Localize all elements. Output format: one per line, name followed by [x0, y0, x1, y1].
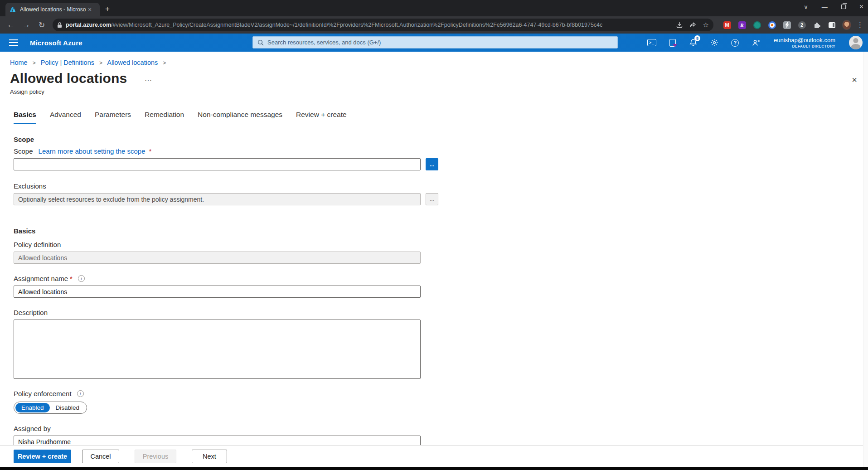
azure-brand[interactable]: Microsoft Azure: [30, 39, 82, 47]
scope-picker-button[interactable]: ...: [426, 158, 438, 170]
restore-icon[interactable]: [841, 5, 846, 9]
window-controls: ∨ — ×: [804, 3, 863, 11]
forward-icon[interactable]: →: [20, 19, 33, 31]
policy-definition-field-row: [14, 252, 868, 264]
account-directory: DEFAULT DIRECTORY: [774, 44, 835, 49]
assignment-name-label-row: Assignment name * i: [14, 275, 868, 282]
breadcrumb-separator: >: [33, 60, 36, 66]
scrollbar-track[interactable]: [863, 52, 868, 467]
ext-r-icon[interactable]: R: [737, 20, 747, 29]
account-email: eunishap@outlook.com: [774, 37, 835, 44]
policy-enforcement-toggle[interactable]: Enabled Disabled: [14, 402, 87, 414]
minimize-icon[interactable]: —: [822, 4, 828, 10]
description-label-row: Description: [14, 309, 868, 316]
assignment-name-field-row: [14, 286, 868, 298]
basics-section-heading: Basics: [14, 227, 868, 235]
required-marker: *: [70, 275, 73, 282]
ext-gmail-icon[interactable]: M: [723, 20, 732, 29]
ext-bolt-icon[interactable]: [782, 20, 791, 29]
hamburger-menu-icon[interactable]: [9, 39, 18, 46]
breadcrumb-home[interactable]: Home: [10, 59, 28, 66]
directory-filter-icon[interactable]: [668, 38, 678, 48]
assigned-by-label-row: Assigned by: [14, 425, 868, 432]
browser-tabstrip: Allowed locations - Microsoft Azu × + ∨ …: [0, 0, 868, 16]
tab-remediation[interactable]: Remediation: [145, 111, 184, 124]
browser-toolbar: ← → ↻ portal.azure.com/#view/Microsoft_A…: [0, 16, 868, 34]
notification-badge: 5: [694, 35, 700, 41]
azure-header: Microsoft Azure >_ 5 ? eunishap@outlook.…: [0, 34, 868, 52]
url-text[interactable]: portal.azure.com/#view/Microsoft_Azure_P…: [66, 22, 669, 28]
search-icon: [257, 39, 264, 46]
tab-close-icon[interactable]: ×: [88, 6, 92, 13]
breadcrumb-allowed-locations[interactable]: Allowed locations: [107, 59, 158, 66]
assignment-name-input[interactable]: [14, 286, 421, 298]
lock-icon: [57, 22, 62, 28]
tab-advanced[interactable]: Advanced: [50, 111, 81, 124]
browser-tab[interactable]: Allowed locations - Microsoft Azu ×: [5, 3, 100, 16]
url-host: portal.azure.com: [66, 22, 111, 28]
cancel-button[interactable]: Cancel: [82, 450, 119, 463]
ext-badge-icon[interactable]: 2: [797, 20, 806, 29]
breadcrumb-separator: >: [99, 60, 102, 66]
exclusions-field-row: ...: [14, 193, 868, 205]
browser-menu-icon[interactable]: ⋮: [857, 21, 863, 29]
breadcrumb-separator: >: [163, 60, 166, 66]
cloud-shell-icon[interactable]: >_: [647, 38, 657, 48]
profile-avatar[interactable]: [842, 20, 851, 29]
scope-field-row: ...: [14, 158, 868, 170]
close-window-icon[interactable]: ×: [859, 3, 863, 11]
tab-review-create[interactable]: Review + create: [296, 111, 347, 124]
page-title: Allowed locations: [10, 71, 127, 86]
window-bottom-edge: [0, 467, 868, 470]
tab-search-chevron-icon[interactable]: ∨: [804, 4, 808, 10]
notifications-bell-icon[interactable]: 5: [689, 38, 698, 48]
previous-button: Previous: [135, 450, 176, 463]
breadcrumb-policy-definitions[interactable]: Policy | Definitions: [41, 59, 94, 66]
scope-input[interactable]: [14, 158, 421, 170]
required-marker: *: [149, 147, 152, 155]
blade-close-icon[interactable]: ×: [852, 75, 857, 84]
feedback-icon[interactable]: [751, 38, 761, 48]
scope-section-heading: Scope: [14, 136, 868, 143]
back-icon[interactable]: ←: [5, 19, 17, 31]
scope-learn-more-link[interactable]: Learn more about setting the scope: [39, 147, 145, 155]
install-icon[interactable]: [676, 21, 683, 29]
azure-header-actions: >_ 5 ? eunishap@outlook.com DEFAULT DIRE…: [647, 36, 863, 49]
url-bar[interactable]: portal.azure.com/#view/Microsoft_Azure_P…: [53, 19, 713, 31]
breadcrumb: Home > Policy | Definitions > Allowed lo…: [0, 52, 868, 66]
reload-icon[interactable]: ↻: [35, 19, 48, 31]
blade-content: Home > Policy | Definitions > Allowed lo…: [0, 52, 868, 470]
settings-gear-icon[interactable]: [709, 38, 719, 48]
account-info[interactable]: eunishap@outlook.com DEFAULT DIRECTORY: [774, 37, 835, 49]
enforcement-disabled-option[interactable]: Disabled: [50, 403, 86, 412]
exclusions-label-row: Exclusions: [14, 182, 868, 190]
policy-enforcement-label: Policy enforcement: [14, 390, 72, 397]
help-icon[interactable]: ?: [730, 38, 740, 48]
tab-noncompliance-messages[interactable]: Non-compliance messages: [198, 111, 282, 124]
global-search[interactable]: [252, 36, 618, 48]
title-overflow-menu[interactable]: …: [144, 74, 153, 83]
tab-bar: Basics Advanced Parameters Remediation N…: [0, 95, 868, 125]
scope-label-row: Scope Learn more about setting the scope…: [14, 147, 868, 155]
exclusions-label: Exclusions: [14, 182, 46, 190]
review-create-button[interactable]: Review + create: [14, 450, 71, 463]
ext-teal-icon[interactable]: [752, 20, 761, 29]
new-tab-button[interactable]: +: [105, 5, 110, 14]
tab-basics[interactable]: Basics: [14, 111, 36, 124]
share-icon[interactable]: [689, 21, 697, 29]
enforcement-enabled-option[interactable]: Enabled: [15, 403, 50, 412]
sidebar-icon[interactable]: [827, 20, 836, 29]
policy-enforcement-label-row: Policy enforcement i: [14, 390, 868, 397]
bookmark-star-icon[interactable]: ☆: [703, 21, 709, 29]
search-input[interactable]: [267, 39, 613, 46]
extensions-puzzle-icon[interactable]: [812, 20, 821, 29]
tab-parameters[interactable]: Parameters: [95, 111, 131, 124]
next-button[interactable]: Next: [192, 450, 227, 463]
url-path: /#view/Microsoft_Azure_Policy/CreateAssi…: [111, 22, 602, 28]
exclusions-input: [14, 193, 421, 205]
account-avatar[interactable]: [849, 36, 863, 49]
assigned-by-label: Assigned by: [14, 425, 51, 432]
policy-definition-input: [14, 252, 421, 264]
description-textarea[interactable]: [14, 320, 421, 379]
ext-orbit-icon[interactable]: [767, 20, 776, 29]
